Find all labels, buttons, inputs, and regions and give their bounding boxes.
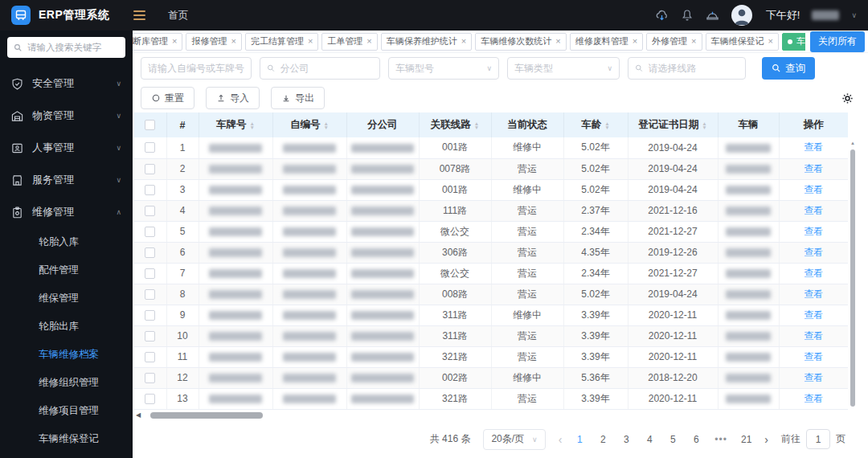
company-search-input[interactable] — [280, 63, 374, 74]
view-link[interactable]: 查看 — [804, 351, 823, 362]
tab-车辆维修次数统计[interactable]: 车辆维修次数统计× — [475, 33, 566, 51]
tab-完工结算管理[interactable]: 完工结算管理× — [245, 33, 318, 51]
next-page-button[interactable]: › — [764, 433, 768, 446]
sidebar-subitem-轮胎出库[interactable]: 轮胎出库 — [0, 313, 133, 341]
company-search-field[interactable] — [260, 57, 380, 80]
page-number-4[interactable]: 4 — [645, 434, 654, 445]
tab-close-icon[interactable]: × — [691, 37, 696, 46]
scroll-left-icon[interactable]: ◀ — [136, 411, 141, 419]
sidebar-item-物资管理[interactable]: 物资管理∨ — [0, 100, 133, 132]
row-checkbox[interactable] — [145, 247, 155, 258]
scroll-up-icon[interactable]: ▲ — [850, 141, 856, 145]
sidebar-item-服务管理[interactable]: 服务管理∨ — [0, 164, 133, 196]
page-number-2[interactable]: 2 — [598, 434, 608, 445]
view-link[interactable]: 查看 — [804, 393, 823, 404]
view-link[interactable]: 查看 — [804, 309, 823, 321]
tab-车辆保养维护统计[interactable]: 车辆保养维护统计× — [381, 33, 472, 51]
sidebar-subitem-配件管理[interactable]: 配件管理 — [0, 256, 133, 284]
row-checkbox[interactable] — [145, 289, 155, 300]
tab-维修废料管理[interactable]: 维修废料管理× — [570, 33, 643, 51]
line-search-field[interactable] — [628, 57, 746, 80]
page-size-select[interactable]: 20条/页 ∨ — [483, 429, 545, 450]
sort-icon[interactable]: ▲▼ — [604, 121, 609, 129]
sidebar-item-维修管理[interactable]: 维修管理∧ — [0, 196, 133, 228]
view-link[interactable]: 查看 — [804, 288, 823, 300]
view-link[interactable]: 查看 — [804, 372, 823, 383]
page-number-3[interactable]: 3 — [621, 434, 631, 445]
row-checkbox[interactable] — [145, 352, 155, 362]
column-settings-gear-icon[interactable] — [841, 92, 854, 104]
row-checkbox[interactable] — [145, 164, 155, 174]
sidebar-item-人事管理[interactable]: 人事管理∨ — [0, 132, 133, 164]
sidebar-search-input[interactable] — [27, 43, 119, 52]
sidebar-subitem-车辆维修档案[interactable]: 车辆维修档案 — [0, 341, 133, 369]
tab-close-icon[interactable]: × — [633, 37, 637, 46]
page-number-1[interactable]: 1 — [575, 434, 584, 445]
cloud-download-icon[interactable] — [655, 9, 669, 22]
tab-close-icon[interactable]: × — [231, 37, 235, 46]
import-button[interactable]: 导入 — [206, 87, 260, 109]
bell-icon[interactable] — [681, 9, 694, 22]
page-number-6[interactable]: 6 — [691, 434, 701, 445]
horizontal-scrollbar[interactable]: ◀ — [136, 410, 868, 421]
query-button[interactable]: 查询 — [762, 57, 815, 80]
tab-close-icon[interactable]: × — [461, 37, 466, 46]
user-avatar[interactable] — [731, 5, 752, 26]
view-link[interactable]: 查看 — [804, 330, 823, 341]
row-checkbox[interactable] — [145, 268, 155, 279]
view-link[interactable]: 查看 — [804, 226, 823, 237]
tab-车辆维修档案[interactable]: 车辆维修档案× — [782, 33, 805, 51]
sidebar-item-安全管理[interactable]: 安全管理∨ — [0, 67, 133, 100]
row-checkbox[interactable] — [145, 394, 155, 404]
reset-button[interactable]: 重置 — [141, 87, 194, 109]
export-button[interactable]: 导出 — [271, 87, 325, 109]
sort-icon[interactable]: ▲▼ — [324, 121, 329, 129]
sidebar-search[interactable] — [7, 37, 125, 58]
vertical-scrollbar[interactable]: ▲ — [850, 139, 856, 410]
sidebar-subitem-轮胎入库[interactable]: 轮胎入库 — [0, 228, 133, 256]
page-number-21[interactable]: 21 — [741, 434, 751, 445]
row-checkbox[interactable] — [145, 142, 155, 153]
row-checkbox[interactable] — [145, 206, 155, 216]
hardhat-icon[interactable] — [706, 9, 719, 22]
sidebar-subitem-维保管理[interactable]: 维保管理 — [0, 284, 133, 313]
view-link[interactable]: 查看 — [804, 141, 823, 153]
chevron-down-icon[interactable]: ∨ — [851, 11, 857, 19]
collapse-menu-icon[interactable] — [133, 10, 145, 20]
tab-close-icon[interactable]: × — [555, 37, 560, 46]
select-all-checkbox[interactable] — [145, 120, 155, 130]
breadcrumb-home[interactable]: 首页 — [168, 9, 188, 22]
tab-故障诊断库管理[interactable]: 故障诊断库管理× — [133, 33, 182, 51]
row-checkbox[interactable] — [145, 310, 155, 321]
close-all-tabs-button[interactable]: 关闭所有 — [810, 31, 865, 52]
column-header-line[interactable]: 关联线路▲▼ — [419, 112, 491, 137]
view-link[interactable]: 查看 — [804, 268, 823, 279]
view-link[interactable]: 查看 — [804, 163, 823, 174]
tab-外修管理[interactable]: 外修管理× — [646, 33, 702, 51]
tab-close-icon[interactable]: × — [172, 37, 177, 46]
vertical-scroll-thumb[interactable] — [850, 149, 855, 407]
row-checkbox[interactable] — [145, 373, 155, 383]
tab-close-icon[interactable]: × — [308, 37, 313, 46]
sort-icon[interactable]: ▲▼ — [474, 121, 479, 129]
sidebar-subitem-车辆维保登记[interactable]: 车辆维保登记 — [0, 425, 133, 453]
view-link[interactable]: 查看 — [804, 205, 823, 216]
page-number-5[interactable]: 5 — [668, 434, 678, 445]
tab-车辆维保登记[interactable]: 车辆维保登记× — [706, 33, 779, 51]
row-checkbox[interactable] — [145, 185, 155, 195]
plate-search-field[interactable] — [141, 57, 252, 80]
column-header-code[interactable]: 自编号▲▼ — [272, 112, 346, 137]
line-search-input[interactable] — [648, 63, 739, 74]
view-link[interactable]: 查看 — [804, 247, 823, 258]
tab-工单管理[interactable]: 工单管理× — [321, 33, 377, 51]
column-header-plate[interactable]: 车牌号▲▼ — [199, 112, 272, 137]
tab-close-icon[interactable]: × — [768, 37, 773, 46]
column-header-age[interactable]: 车龄▲▼ — [563, 112, 628, 137]
sidebar-subitem-维修项目管理[interactable]: 维修项目管理 — [0, 397, 133, 425]
username-redacted[interactable] — [812, 10, 839, 20]
sort-icon[interactable]: ▲▼ — [250, 121, 255, 129]
row-checkbox[interactable] — [145, 227, 155, 237]
plate-search-input[interactable] — [148, 63, 244, 74]
sidebar-subitem-维修组织管理[interactable]: 维修组织管理 — [0, 369, 133, 397]
view-link[interactable]: 查看 — [804, 184, 823, 195]
